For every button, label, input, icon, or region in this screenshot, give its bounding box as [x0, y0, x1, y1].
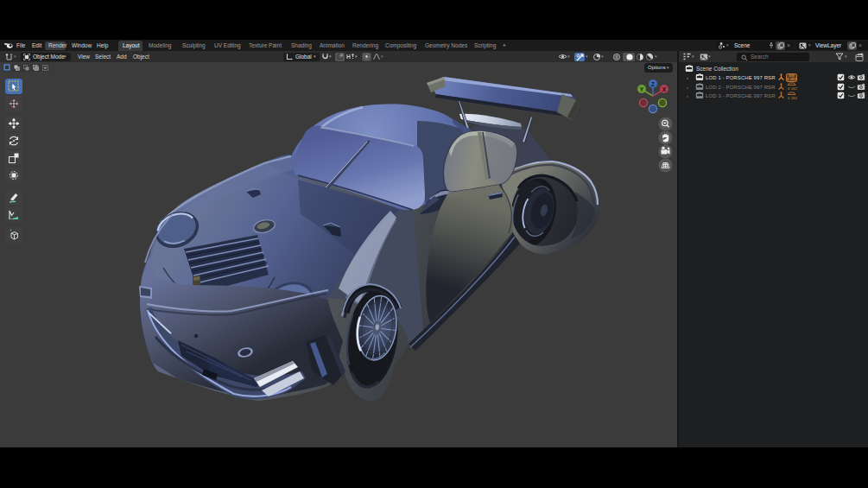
svg-text:6 182: 6 182	[788, 86, 798, 91]
svg-text:6 182: 6 182	[787, 77, 796, 81]
svg-text:6 182: 6 182	[788, 96, 798, 100]
